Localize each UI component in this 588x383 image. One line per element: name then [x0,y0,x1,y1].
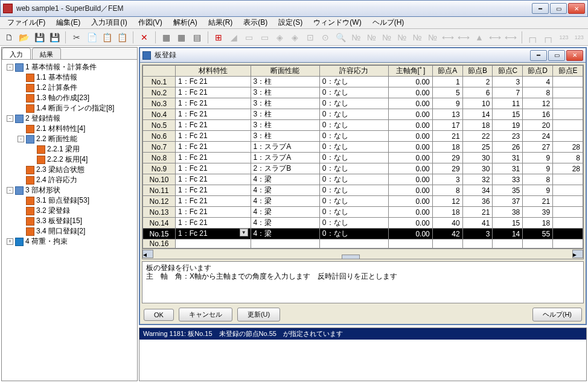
close-button[interactable]: ✕ [568,3,585,14]
cell[interactable]: 12 [432,196,462,207]
cell[interactable] [553,98,583,109]
delete-icon[interactable]: ✕ [138,31,150,44]
tree-item[interactable]: 2.2.1 梁用 [3,144,136,154]
tree-view[interactable]: -1 基本情報・計算条件1.1 基本情報1.2 計算条件1.3 軸の作成[23]… [2,60,137,381]
cell[interactable]: 0.00 [389,185,433,196]
cell[interactable]: 27 [523,142,553,153]
cell[interactable] [553,218,583,229]
new-icon[interactable]: 🗋 [2,31,15,44]
cell[interactable]: 30 [462,153,493,163]
cell[interactable]: 3：柱 [251,98,319,109]
cell[interactable]: 2 [462,77,493,87]
tree-item[interactable]: -2.2 断面性能 [3,134,136,144]
cell[interactable]: 23 [493,131,523,142]
cell[interactable]: 8 [523,87,553,98]
cell[interactable]: 36 [462,196,493,207]
cell[interactable]: No.8 [143,153,176,163]
cell[interactable]: No.7 [143,142,176,153]
cell[interactable]: 7 [493,87,523,98]
cell[interactable]: 3：柱 [251,109,319,120]
cell[interactable]: 3：柱 [251,87,319,98]
cell[interactable]: No.12 [143,196,176,207]
cell[interactable]: 29 [432,163,462,174]
cell[interactable]: 55 [523,229,553,239]
tab-input[interactable]: 入力 [2,48,31,59]
cell[interactable]: 6 [462,87,493,98]
cell[interactable]: 1：Fc 21 [176,174,251,185]
cell[interactable] [389,239,433,248]
tree-toggle-icon[interactable]: - [7,187,13,194]
cell[interactable]: 8 [432,185,462,196]
cell[interactable]: 17 [432,120,462,131]
column-header[interactable]: 節点B [462,66,493,77]
horizontal-scrollbar[interactable]: ◂ ▸ [142,248,583,259]
cell[interactable]: 0.00 [389,218,433,229]
grid4-icon[interactable]: ⊞ [213,31,225,44]
cell[interactable]: 39 [523,207,553,218]
cell[interactable]: 0：なし [319,218,388,229]
cell[interactable]: 0：なし [319,153,388,163]
cell[interactable]: 32 [462,174,493,185]
menu-item[interactable]: 結果(R) [203,16,238,29]
cell[interactable]: 0：なし [319,98,388,109]
cell[interactable] [553,174,583,185]
cell[interactable]: 30 [462,163,493,174]
tree-item[interactable]: 2.2.2 板用[4] [3,154,136,165]
cell[interactable]: 5 [432,87,462,98]
tree-item[interactable]: +4 荷重・拘束 [3,236,136,247]
cell[interactable]: 0.00 [389,120,433,131]
cell[interactable]: 15 [493,109,523,120]
cell[interactable] [553,196,583,207]
ok-button[interactable]: OK [144,309,174,321]
table-row[interactable]: No.111：Fc 214：梁0：なし0.00834359 [143,185,583,196]
cell[interactable] [493,239,523,248]
cell[interactable]: 1：Fc 21 [176,153,251,163]
cut-icon[interactable]: ✂ [70,31,83,44]
cell[interactable]: 0：なし [319,207,388,218]
cell[interactable]: No.1 [143,77,176,87]
cell[interactable]: 41 [462,218,493,229]
cell[interactable] [176,239,251,248]
column-header[interactable]: 節点D [523,66,553,77]
cell[interactable]: 20 [523,120,553,131]
cell[interactable]: 10 [462,98,493,109]
cell[interactable]: 19 [493,120,523,131]
cell[interactable]: 40 [432,218,462,229]
cell[interactable]: 15 [493,218,523,229]
table-row[interactable]: No.21：Fc 213：柱0：なし0.005678 [143,87,583,98]
menu-item[interactable]: 作図(V) [133,16,167,29]
cell[interactable]: 1：Fc 21 [176,142,251,153]
tree-item[interactable]: -3 部材形状 [3,185,136,195]
tree-item[interactable]: 3.3 板登録[15] [3,216,136,226]
cell[interactable]: 0.00 [389,153,433,163]
cell[interactable]: 0.00 [389,142,433,153]
cell[interactable]: 11 [493,98,523,109]
cell[interactable]: No.9 [143,163,176,174]
cell[interactable]: No.14 [143,218,176,229]
child-minimize-button[interactable]: ━ [530,50,547,61]
cell[interactable] [553,239,583,248]
cell[interactable]: 12 [523,98,553,109]
table-row[interactable]: No.11：Fc 213：柱0：なし0.001234 [143,77,583,87]
tree-item[interactable]: 1.3 軸の作成[23] [3,93,136,103]
cell[interactable]: 29 [432,153,462,163]
cell[interactable]: 1：スラブA [251,153,319,163]
table-row[interactable]: No.51：Fc 213：柱0：なし0.0017181920 [143,120,583,131]
cell[interactable]: 1：Fc 21▼ [176,229,251,239]
cell[interactable]: No.4 [143,109,176,120]
cell[interactable]: 0.00 [389,163,433,174]
cell[interactable]: 3 [493,77,523,87]
column-header[interactable]: 節点A [432,66,462,77]
grid3-icon[interactable]: ▤ [190,31,203,44]
cell[interactable]: 26 [493,142,523,153]
cancel-button[interactable]: キャンセル [179,308,232,321]
cell[interactable]: 0：なし [319,185,388,196]
cell[interactable]: No.2 [143,87,176,98]
cell[interactable]: 0：なし [319,196,388,207]
cell[interactable]: No.13 [143,207,176,218]
menu-item[interactable]: 編集(E) [51,16,85,29]
cell[interactable] [553,185,583,196]
menu-item[interactable]: 入力項目(I) [86,16,132,29]
table-row[interactable]: No.101：Fc 214：梁0：なし0.00332338 [143,174,583,185]
cell[interactable]: 0.00 [389,207,433,218]
